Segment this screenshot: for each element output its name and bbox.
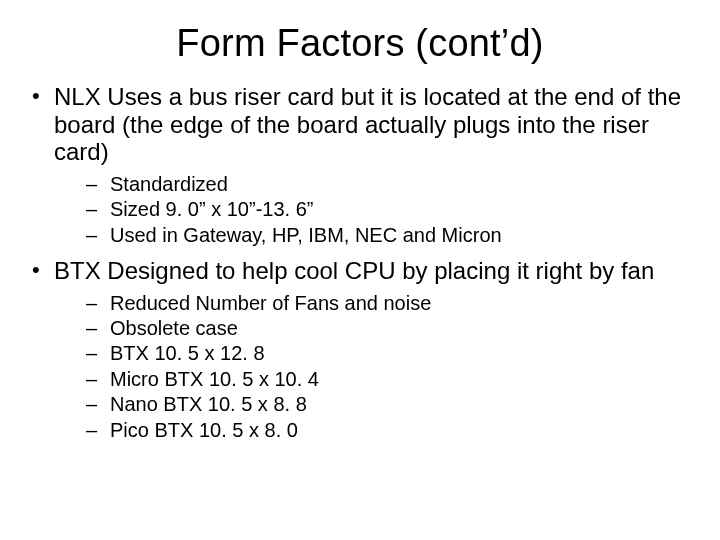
sub-bullet-item: BTX 10. 5 x 12. 8 [54,341,692,365]
slide-title: Form Factors (cont’d) [28,22,692,65]
bullet-item: BTX Designed to help cool CPU by placing… [28,257,692,442]
bullet-text: BTX Designed to help cool CPU by placing… [54,257,654,284]
bullet-text: NLX Uses a bus riser card but it is loca… [54,83,681,165]
slide: Form Factors (cont’d) NLX Uses a bus ris… [0,0,720,540]
sub-bullet-item: Micro BTX 10. 5 x 10. 4 [54,367,692,391]
sub-bullet-list: Standardized Sized 9. 0” x 10”-13. 6” Us… [54,172,692,247]
sub-bullet-item: Sized 9. 0” x 10”-13. 6” [54,197,692,221]
sub-bullet-item: Obsolete case [54,316,692,340]
sub-bullet-list: Reduced Number of Fans and noise Obsolet… [54,291,692,442]
sub-bullet-item: Pico BTX 10. 5 x 8. 0 [54,418,692,442]
bullet-item: NLX Uses a bus riser card but it is loca… [28,83,692,247]
sub-bullet-item: Reduced Number of Fans and noise [54,291,692,315]
sub-bullet-item: Used in Gateway, HP, IBM, NEC and Micron [54,223,692,247]
sub-bullet-item: Standardized [54,172,692,196]
bullet-list: NLX Uses a bus riser card but it is loca… [28,83,692,442]
sub-bullet-item: Nano BTX 10. 5 x 8. 8 [54,392,692,416]
